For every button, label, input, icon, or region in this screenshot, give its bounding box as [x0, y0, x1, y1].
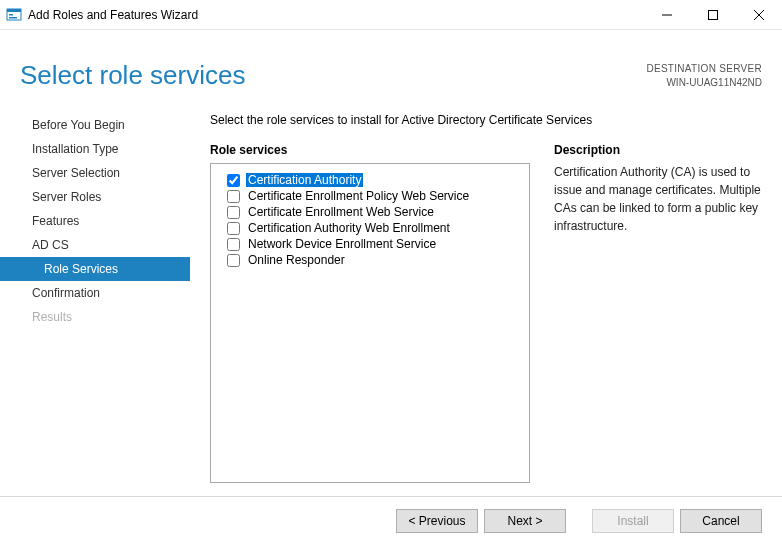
window-title: Add Roles and Features Wizard — [28, 8, 198, 22]
svg-rect-1 — [7, 9, 21, 12]
role-service-item[interactable]: Certificate Enrollment Web Service — [227, 204, 521, 220]
nav-step-confirmation[interactable]: Confirmation — [0, 281, 190, 305]
next-button[interactable]: Next > — [484, 509, 566, 533]
intro-text: Select the role services to install for … — [210, 113, 762, 127]
role-service-item[interactable]: Online Responder — [227, 252, 521, 268]
role-service-label: Online Responder — [246, 253, 347, 267]
description-text: Certification Authority (CA) is used to … — [554, 163, 762, 235]
nav-step-features[interactable]: Features — [0, 209, 190, 233]
svg-rect-2 — [9, 14, 13, 16]
role-service-item[interactable]: Certification Authority — [227, 172, 521, 188]
wizard-footer: < Previous Next > Install Cancel — [0, 496, 782, 545]
role-service-label: Certification Authority — [246, 173, 363, 187]
nav-step-server-roles[interactable]: Server Roles — [0, 185, 190, 209]
role-services-listbox[interactable]: Certification AuthorityCertificate Enrol… — [210, 163, 530, 483]
wizard-nav: Before You BeginInstallation TypeServer … — [0, 101, 190, 496]
role-service-checkbox[interactable] — [227, 254, 240, 267]
destination-value: WIN-UUAG11N42ND — [646, 76, 762, 90]
role-service-checkbox[interactable] — [227, 190, 240, 203]
role-service-label: Certification Authority Web Enrollment — [246, 221, 452, 235]
close-button[interactable] — [736, 0, 782, 30]
nav-step-ad-cs[interactable]: AD CS — [0, 233, 190, 257]
minimize-button[interactable] — [644, 0, 690, 30]
role-service-checkbox[interactable] — [227, 238, 240, 251]
role-service-item[interactable]: Certificate Enrollment Policy Web Servic… — [227, 188, 521, 204]
role-service-checkbox[interactable] — [227, 222, 240, 235]
role-service-label: Certificate Enrollment Policy Web Servic… — [246, 189, 471, 203]
title-bar: Add Roles and Features Wizard — [0, 0, 782, 30]
app-icon — [6, 7, 22, 23]
page-header: Select role services DESTINATION SERVER … — [0, 30, 782, 101]
role-service-item[interactable]: Certification Authority Web Enrollment — [227, 220, 521, 236]
cancel-button[interactable]: Cancel — [680, 509, 762, 533]
nav-step-server-selection[interactable]: Server Selection — [0, 161, 190, 185]
destination-info: DESTINATION SERVER WIN-UUAG11N42ND — [646, 62, 762, 90]
role-service-item[interactable]: Network Device Enrollment Service — [227, 236, 521, 252]
page-title: Select role services — [20, 60, 646, 91]
role-service-checkbox[interactable] — [227, 174, 240, 187]
nav-step-installation-type[interactable]: Installation Type — [0, 137, 190, 161]
description-heading: Description — [554, 143, 762, 157]
previous-button[interactable]: < Previous — [396, 509, 478, 533]
role-service-label: Network Device Enrollment Service — [246, 237, 438, 251]
destination-label: DESTINATION SERVER — [646, 62, 762, 76]
nav-step-results: Results — [0, 305, 190, 329]
nav-step-before-you-begin[interactable]: Before You Begin — [0, 113, 190, 137]
maximize-button[interactable] — [690, 0, 736, 30]
role-service-checkbox[interactable] — [227, 206, 240, 219]
svg-rect-5 — [709, 10, 718, 19]
install-button: Install — [592, 509, 674, 533]
nav-step-role-services[interactable]: Role Services — [0, 257, 190, 281]
role-service-label: Certificate Enrollment Web Service — [246, 205, 436, 219]
svg-rect-3 — [9, 17, 17, 19]
role-services-heading: Role services — [210, 143, 530, 157]
